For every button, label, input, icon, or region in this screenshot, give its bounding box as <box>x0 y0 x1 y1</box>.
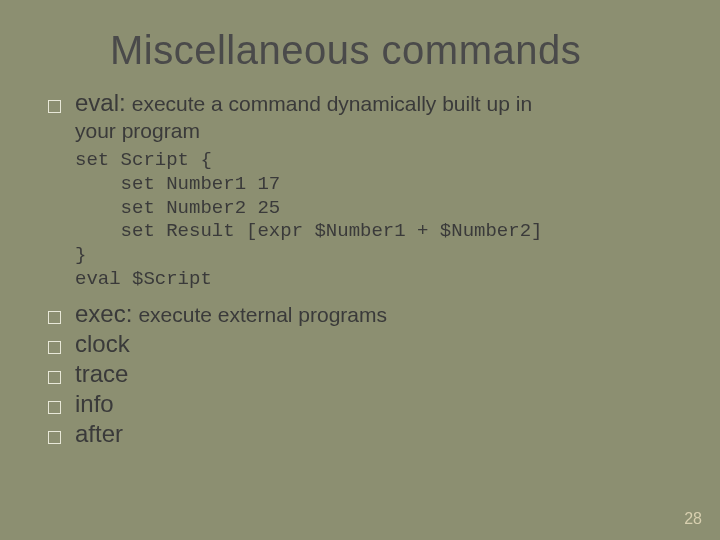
slide-content: eval:execute a command dynamically built… <box>0 89 720 448</box>
eval-description-part2: your program <box>75 119 672 143</box>
bullet-eval: eval:execute a command dynamically built… <box>48 89 672 117</box>
eval-description-part1: execute a command dynamically built up i… <box>132 92 532 115</box>
bullet-box-icon <box>48 341 61 354</box>
eval-command-name: eval: <box>75 89 126 116</box>
bullet-clock: clock <box>48 330 672 358</box>
page-number: 28 <box>684 510 702 528</box>
bullet-after: after <box>48 420 672 448</box>
bullet-box-icon <box>48 311 61 324</box>
bullet-box-icon <box>48 100 61 113</box>
exec-command-name: exec: <box>75 300 132 327</box>
info-command: info <box>75 390 114 418</box>
bullet-trace: trace <box>48 360 672 388</box>
bullet-box-icon <box>48 371 61 384</box>
code-example: set Script { set Number1 17 set Number2 … <box>75 149 672 292</box>
after-command: after <box>75 420 123 448</box>
bullet-exec: exec:execute external programs <box>48 300 672 328</box>
clock-command: clock <box>75 330 130 358</box>
exec-description: execute external programs <box>138 303 387 326</box>
bullet-box-icon <box>48 431 61 444</box>
trace-command: trace <box>75 360 128 388</box>
bullet-box-icon <box>48 401 61 414</box>
slide-title: Miscellaneous commands <box>0 0 720 89</box>
bullet-info: info <box>48 390 672 418</box>
